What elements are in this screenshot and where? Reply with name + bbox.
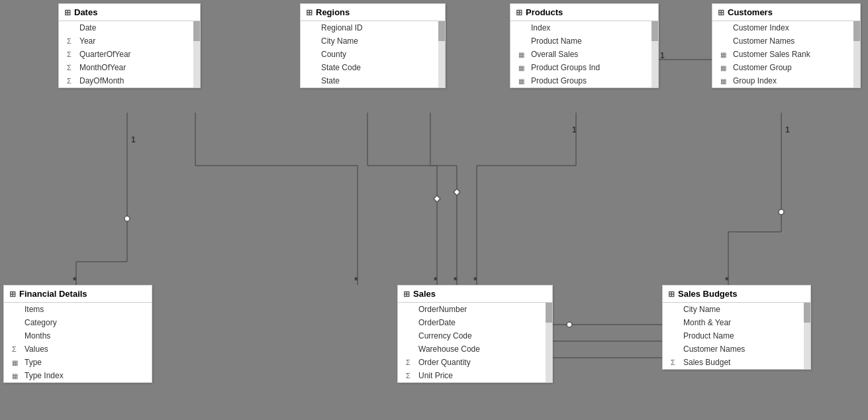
customers-scrollbar[interactable] (853, 21, 860, 87)
sales-budgets-body: City Name Month & Year Product Name Cust… (663, 303, 810, 369)
field-county: County (301, 48, 438, 61)
table-icon: ⊞ (668, 289, 675, 299)
field-order-date: OrderDate (398, 316, 546, 329)
field-customer-names-sb: Customer Names (663, 342, 804, 356)
sales-budgets-scrollbar[interactable] (804, 303, 810, 369)
table-icon: ⊞ (306, 8, 313, 17)
svg-marker-24 (454, 189, 460, 195)
table-icon: ⊞ (403, 289, 410, 299)
sales-table: ⊞ Sales OrderNumber OrderDate Currency C… (397, 285, 553, 383)
field-product-groups-ind: ▦ Product Groups Ind (510, 61, 651, 74)
svg-text:*: * (725, 275, 729, 286)
field-values: Σ Values (4, 342, 152, 356)
field-order-number: OrderNumber (398, 303, 546, 316)
sales-body: OrderNumber OrderDate Currency Code Ware… (398, 303, 552, 382)
products-table: ⊞ Products Index Product Name ▦ Overall … (510, 3, 659, 88)
field-state-code: State Code (301, 61, 438, 74)
svg-marker-18 (434, 195, 440, 202)
field-city-name-sb: City Name (663, 303, 804, 316)
field-month-year: Month & Year (663, 316, 804, 329)
table-icon: ⊞ (64, 8, 71, 17)
svg-text:*: * (473, 275, 477, 286)
products-scrollbar[interactable] (651, 21, 658, 87)
svg-point-35 (779, 209, 784, 215)
sales-budgets-table: ⊞ Sales Budgets City Name Month & Year P… (662, 285, 811, 370)
regions-title: Regions (316, 7, 350, 17)
products-title: Products (526, 7, 563, 17)
field-product-name: Product Name (510, 34, 651, 48)
field-city-name: City Name (301, 34, 438, 48)
field-date: Date (59, 21, 193, 34)
field-monthofyear: Σ MonthOfYear (59, 61, 193, 74)
svg-text:1: 1 (572, 125, 577, 134)
svg-text:1: 1 (785, 125, 790, 134)
table-icon: ⊞ (9, 289, 16, 299)
table-icon: ⊞ (516, 8, 522, 17)
dates-table: ⊞ Dates Date Σ Year Σ QuarterOfYear Σ Mo… (58, 3, 201, 88)
customers-title: Customers (728, 7, 773, 17)
field-customer-sales-rank: ▦ Customer Sales Rank (712, 48, 853, 61)
table-icon: ⊞ (718, 8, 724, 17)
field-months: Months (4, 329, 152, 342)
products-header: ⊞ Products (510, 4, 658, 21)
field-type-index: ▦ Type Index (4, 369, 152, 382)
field-type: ▦ Type (4, 356, 152, 369)
field-currency-code: Currency Code (398, 329, 546, 342)
svg-text:*: * (354, 275, 358, 286)
svg-point-37 (567, 322, 572, 327)
field-state: State (301, 74, 438, 87)
field-regional-id: Regional ID (301, 21, 438, 34)
field-product-groups: ▦ Product Groups (510, 74, 651, 87)
sales-title: Sales (413, 289, 436, 299)
field-customer-group: ▦ Customer Group (712, 61, 853, 74)
field-group-index: ▦ Group Index (712, 74, 853, 87)
svg-text:1: 1 (660, 51, 665, 60)
regions-header: ⊞ Regions (301, 4, 445, 21)
field-overall-sales: ▦ Overall Sales (510, 48, 651, 61)
dates-body: Date Σ Year Σ QuarterOfYear Σ MonthOfYea… (59, 21, 200, 87)
customers-body: Customer Index Customer Names ▦ Customer… (712, 21, 860, 87)
regions-scrollbar[interactable] (438, 21, 445, 87)
products-body: Index Product Name ▦ Overall Sales ▦ Pro… (510, 21, 658, 87)
financial-details-table: ⊞ Financial Details Items Category Month… (3, 285, 152, 383)
svg-text:*: * (73, 275, 77, 286)
financial-details-header: ⊞ Financial Details (4, 286, 152, 303)
field-unit-price: Σ Unit Price (398, 369, 546, 382)
field-category: Category (4, 316, 152, 329)
svg-point-5 (124, 216, 130, 221)
field-items: Items (4, 303, 152, 316)
financial-details-body: Items Category Months Σ Values ▦ Type ▦ … (4, 303, 152, 382)
sales-budgets-title: Sales Budgets (678, 289, 738, 299)
field-year: Σ Year (59, 34, 193, 48)
svg-text:1: 1 (131, 135, 136, 144)
field-customer-index: Customer Index (712, 21, 853, 34)
field-dayofmonth: Σ DayOfMonth (59, 74, 193, 87)
dates-title: Dates (74, 7, 97, 17)
field-index: Index (510, 21, 651, 34)
field-product-name-sb: Product Name (663, 329, 804, 342)
svg-text:*: * (434, 275, 438, 286)
financial-details-title: Financial Details (19, 289, 87, 299)
svg-text:*: * (454, 275, 458, 286)
sales-header: ⊞ Sales (398, 286, 552, 303)
field-customer-names: Customer Names (712, 34, 853, 48)
customers-header: ⊞ Customers (712, 4, 860, 21)
field-order-quantity: Σ Order Quantity (398, 356, 546, 369)
regions-body: Regional ID City Name County State Code … (301, 21, 445, 87)
dates-header: ⊞ Dates (59, 4, 200, 21)
dates-scrollbar[interactable] (193, 21, 200, 87)
field-quarterofyear: Σ QuarterOfYear (59, 48, 193, 61)
regions-table: ⊞ Regions Regional ID City Name County S… (300, 3, 446, 88)
sales-scrollbar[interactable] (546, 303, 552, 382)
customers-table: ⊞ Customers Customer Index Customer Name… (712, 3, 861, 88)
field-warehouse-code: Warehouse Code (398, 342, 546, 356)
sales-budgets-header: ⊞ Sales Budgets (663, 286, 810, 303)
field-sales-budget: Σ Sales Budget (663, 356, 804, 369)
